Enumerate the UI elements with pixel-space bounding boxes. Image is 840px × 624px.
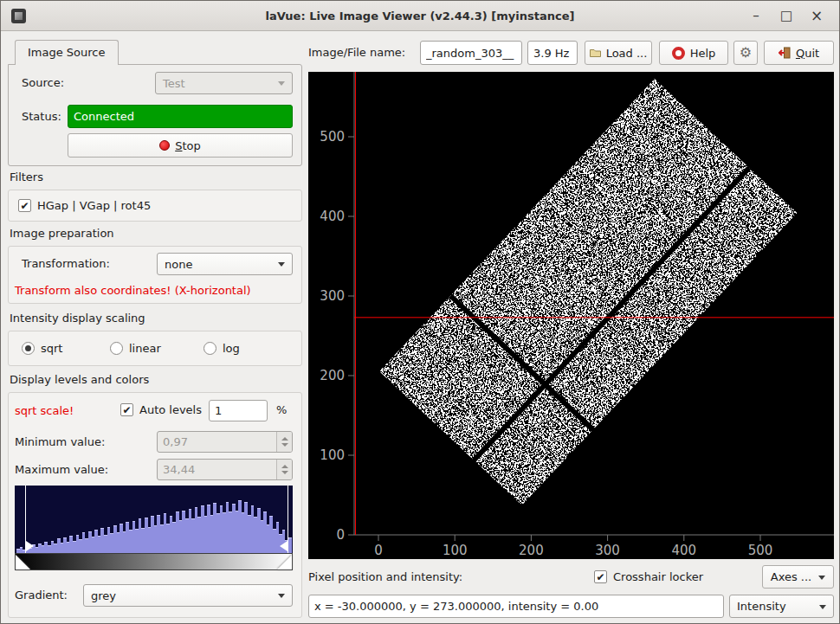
status-label: Status: (22, 105, 61, 128)
spin-down-icon[interactable] (281, 471, 288, 474)
checkbox-checked-icon: ✔ (18, 199, 31, 212)
chevron-down-icon (819, 605, 826, 609)
transform-warning: Transform also coordinates! (X-horizonta… (15, 284, 251, 297)
image-file-input[interactable] (420, 41, 522, 65)
help-button[interactable]: Help (659, 41, 728, 65)
minimum-label: Minimum value: (15, 431, 105, 453)
maximum-spin-buttons[interactable] (276, 460, 292, 479)
gradient-combo-value: grey (91, 589, 116, 602)
exit-icon (779, 47, 791, 59)
svg-text:0: 0 (336, 527, 345, 543)
maximize-button[interactable]: □ (774, 4, 798, 28)
svg-text:400: 400 (320, 209, 345, 224)
load-button[interactable]: Load ... (585, 41, 652, 65)
settings-button[interactable]: ⚙ (733, 41, 758, 65)
source-combo[interactable]: Test (155, 72, 293, 94)
display-mode-combo-value: Intensity (737, 600, 786, 613)
svg-text:300: 300 (320, 288, 345, 304)
gradient-label: Gradient: (15, 584, 68, 607)
help-icon (672, 47, 685, 60)
maximum-value-input[interactable] (157, 459, 293, 480)
quit-button[interactable]: Quit (764, 41, 834, 65)
gradient-handle-left[interactable] (16, 555, 30, 569)
radio-selected-icon (22, 342, 35, 355)
load-button-label: Load ... (606, 47, 648, 60)
folder-icon (590, 48, 601, 58)
svg-text:300: 300 (595, 543, 620, 558)
radio-linear[interactable]: linear (110, 342, 161, 355)
quit-button-label: Quit (796, 47, 819, 60)
spin-up-icon[interactable] (281, 465, 288, 468)
axes-button-label: Axes ... (771, 570, 812, 583)
min-handle-icon (26, 541, 34, 551)
auto-levels-checkbox[interactable]: ✔ Auto levels (120, 403, 202, 416)
radio-sqrt[interactable]: sqrt (22, 342, 62, 355)
minimize-button[interactable]: – (744, 4, 768, 28)
spin-down-icon[interactable] (281, 443, 288, 447)
checkbox-checked-icon: ✔ (120, 403, 133, 416)
image-file-label: Image/File name: (308, 41, 405, 65)
gradient-handle-right[interactable] (277, 555, 292, 569)
minimum-value-input[interactable] (157, 431, 293, 453)
svg-text:0: 0 (374, 543, 383, 558)
svg-text:500: 500 (320, 129, 345, 145)
radio-unselected-icon (204, 342, 216, 355)
minimum-spin-buttons[interactable] (276, 432, 292, 452)
source-label: Source: (22, 72, 64, 94)
svg-text:100: 100 (320, 447, 345, 463)
pixel-position-label: Pixel position and intensity: (308, 565, 462, 589)
level-max-handle[interactable] (288, 486, 288, 553)
gradient-bar[interactable] (15, 553, 293, 570)
frame-rate: 3.9 Hz (527, 41, 578, 65)
title-bar: laVue: Live Image Viewer (v2.44.3) [myin… (1, 1, 839, 31)
transformation-combo[interactable]: none (157, 253, 293, 275)
source-combo-value: Test (163, 77, 185, 90)
crosshair-locker-label: Crosshair locker (613, 570, 703, 583)
help-button-label: Help (690, 47, 716, 60)
axes-button[interactable]: Axes ... (762, 565, 834, 589)
chevron-down-icon (278, 594, 285, 598)
svg-text:400: 400 (671, 543, 696, 558)
scaling-section-label: Intensity display scaling (10, 312, 145, 325)
auto-levels-label: Auto levels (139, 403, 202, 416)
auto-levels-input[interactable] (209, 400, 268, 421)
filters-checkbox[interactable]: ✔ HGap | VGap | rot45 (18, 199, 151, 212)
app-window: laVue: Live Image Viewer (v2.44.3) [myin… (0, 0, 840, 624)
tab-image-source[interactable]: Image Source (15, 40, 119, 65)
window-title: laVue: Live Image Viewer (v2.44.3) [myin… (1, 1, 839, 31)
filters-section-label: Filters (10, 170, 43, 183)
stop-button[interactable]: Stop (68, 133, 293, 158)
svg-text:500: 500 (748, 543, 773, 558)
spin-up-icon[interactable] (281, 437, 288, 441)
pixel-position-input[interactable] (308, 595, 724, 618)
maximum-label: Maximum value: (15, 459, 108, 480)
plot-canvas[interactable]: 01002003004005000100200300400500 (308, 72, 834, 559)
image-preparation-section-label: Image preparation (10, 227, 114, 240)
checkbox-checked-icon: ✔ (594, 570, 607, 583)
svg-text:100: 100 (443, 543, 468, 558)
record-dot-icon (159, 140, 170, 151)
histogram-widget[interactable] (15, 486, 293, 553)
display-mode-combo[interactable]: Intensity (729, 595, 834, 618)
level-min-handle[interactable] (25, 486, 26, 553)
filters-checkbox-label: HGap | VGap | rot45 (37, 199, 151, 212)
chevron-down-icon (818, 576, 825, 580)
percent-label: % (276, 403, 287, 416)
gear-icon: ⚙ (740, 46, 752, 60)
radio-linear-label: linear (129, 342, 161, 355)
status-badge: Connected (68, 105, 293, 128)
levels-section-label: Display levels and colors (10, 373, 149, 386)
transformation-label: Transformation: (22, 253, 110, 275)
gradient-combo[interactable]: grey (83, 584, 293, 607)
stop-button-label: Stop (175, 139, 201, 152)
crosshair-locker-checkbox[interactable]: ✔ Crosshair locker (594, 570, 703, 583)
radio-sqrt-label: sqrt (41, 342, 62, 355)
close-button[interactable]: × (804, 4, 829, 28)
chevron-down-icon (278, 81, 285, 86)
sqrt-scale-warning: sqrt scale! (15, 404, 74, 417)
svg-text:200: 200 (519, 543, 544, 558)
radio-log-label: log (223, 342, 240, 355)
radio-log[interactable]: log (204, 342, 240, 355)
histogram-bars (16, 487, 291, 553)
radio-unselected-icon (110, 342, 123, 355)
